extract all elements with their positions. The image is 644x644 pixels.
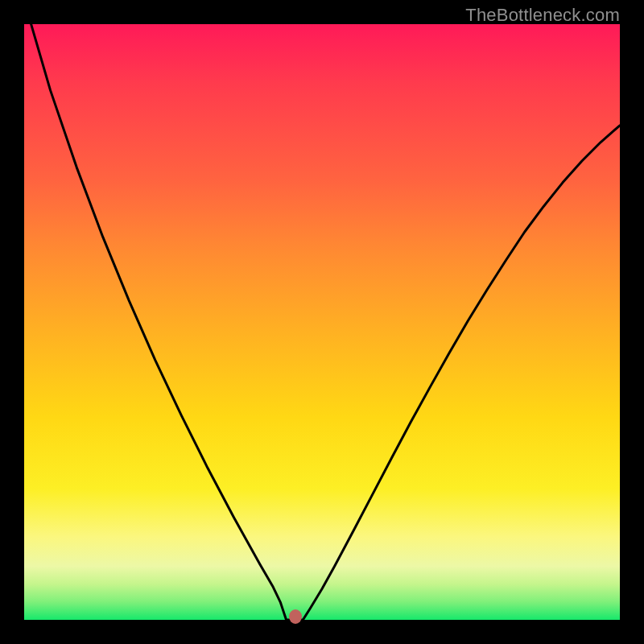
optimum-marker-icon	[289, 609, 302, 624]
curve-svg	[24, 24, 620, 620]
watermark-text: TheBottleneck.com	[465, 5, 620, 26]
chart-container: TheBottleneck.com	[0, 0, 644, 644]
bottleneck-curve	[24, 0, 620, 620]
plot-area	[24, 24, 620, 620]
